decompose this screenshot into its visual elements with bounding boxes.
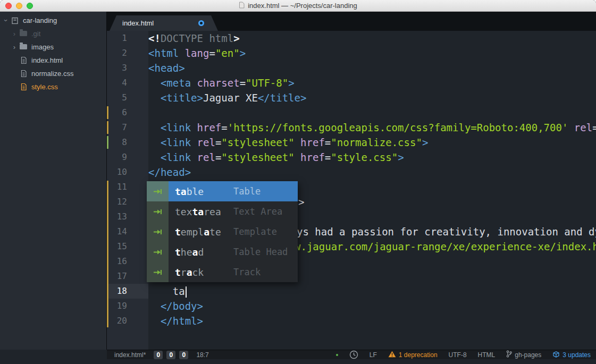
autocomplete-popup: tableTabletextareaText AreatemplateTempl…: [147, 181, 298, 282]
code-token: [191, 122, 197, 133]
code-token: <meta: [161, 77, 191, 89]
code-token: </html>: [161, 315, 203, 327]
line-number: 15: [107, 239, 148, 254]
close-button[interactable]: [5, 3, 12, 9]
code-line[interactable]: <title>Jaguar XE</title>: [148, 90, 596, 105]
file-icon: [18, 70, 29, 78]
snippet-tab-icon: [147, 181, 169, 201]
code-fragment: ys had a passion for creativity, innovat…: [297, 224, 596, 239]
file-icon: [18, 83, 29, 91]
code-token: <head>: [148, 62, 185, 74]
code-line[interactable]: ta: [148, 284, 596, 299]
code-token: href: [300, 137, 325, 148]
editor[interactable]: 1234567891011121314151617181920 <!DOCTYP…: [107, 31, 596, 350]
code-line[interactable]: <head>: [148, 61, 596, 75]
code-token: [148, 77, 161, 89]
autocomplete-row[interactable]: trackTrack: [147, 262, 298, 282]
folder-icon: [18, 43, 29, 51]
chevron-right-icon[interactable]: ›: [11, 43, 18, 51]
snippet-tab-icon: [147, 222, 169, 242]
autocomplete-trigger: template: [169, 226, 221, 238]
code-token: "stylesheet": [221, 151, 294, 163]
code-token: >: [398, 151, 404, 163]
chevron-down-icon[interactable]: ›: [2, 17, 10, 24]
autocomplete-trigger: table: [169, 186, 204, 197]
code-line[interactable]: </body>: [148, 299, 596, 314]
autocomplete-kind-label: Template: [233, 226, 277, 237]
autocomplete-row[interactable]: textareaText Area: [147, 201, 298, 222]
zoom-button[interactable]: [27, 3, 33, 9]
line-number: 14: [107, 224, 148, 239]
status-branch[interactable]: gh-pages: [506, 350, 541, 359]
window-titlebar: index.html — ~/Projects/car-landing: [0, 0, 596, 12]
minimize-button[interactable]: [16, 3, 22, 9]
line-number: 7: [107, 120, 148, 135]
code-token: lang: [185, 47, 209, 59]
sidebar-item-label: images: [31, 43, 54, 51]
line-number: 8: [107, 135, 148, 150]
code-fragment: w.jaguar.com/jaguar-range/xe/experience-…: [295, 239, 596, 254]
autocomplete-kind-label: Text Area: [233, 206, 282, 217]
status-deprecation[interactable]: 1 deprecation: [388, 351, 438, 359]
status-cursor-position[interactable]: 18:7: [196, 351, 208, 359]
status-filename: index.html*: [114, 351, 146, 359]
code-token: [568, 122, 574, 133]
code-line[interactable]: <link href='https://fonts.googleapis.com…: [148, 120, 596, 135]
sidebar-item-index-html[interactable]: index.html: [0, 54, 106, 67]
code-line[interactable]: <!DOCTYPE html>: [148, 31, 596, 46]
code-line[interactable]: <link rel="stylesheet" href="normalize.c…: [148, 135, 596, 150]
status-counter: 0: [179, 351, 188, 359]
code-line[interactable]: </html>: [148, 314, 596, 328]
line-number: 9: [107, 150, 148, 165]
code-line[interactable]: <meta charset="UTF-8">: [148, 75, 596, 90]
code-token: charset: [197, 77, 240, 89]
sidebar-item-car-landing[interactable]: ›car-landing: [0, 14, 106, 27]
line-number: 4: [107, 75, 148, 90]
line-number: 19: [107, 299, 148, 314]
line-number: 16: [107, 254, 148, 269]
status-syntax[interactable]: HTML: [478, 351, 496, 359]
line-number: 1: [107, 31, 148, 46]
code-line[interactable]: <link rel="stylesheet" href="style.css">: [148, 150, 596, 165]
text-cursor: [186, 286, 187, 298]
status-encoding[interactable]: UTF-8: [449, 351, 467, 359]
autocomplete-row[interactable]: templateTemplate: [147, 222, 298, 242]
tab-index-html[interactable]: index.html: [110, 15, 218, 31]
sidebar-item-images[interactable]: ›images: [0, 40, 106, 54]
code-line[interactable]: <html lang="en">: [148, 46, 596, 61]
clock-icon[interactable]: [349, 350, 358, 359]
code-token: </title>: [258, 92, 307, 104]
line-number: 3: [107, 61, 148, 75]
code-line[interactable]: [148, 105, 596, 120]
diff-marker: [107, 121, 108, 134]
sidebar-item-normalize-css[interactable]: normalize.css: [0, 67, 106, 80]
folder-icon: [18, 30, 29, 38]
code-token: >: [422, 137, 428, 148]
status-line-ending[interactable]: LF: [370, 351, 377, 359]
status-updates[interactable]: 3 updates: [552, 351, 591, 359]
chevron-right-icon[interactable]: ›: [11, 30, 18, 38]
sidebar-item-label: style.css: [31, 83, 58, 91]
sidebar-item-git[interactable]: ›.git: [0, 27, 106, 40]
code-token: [148, 315, 161, 327]
code-token: href: [300, 151, 325, 163]
sidebar-list: ›car-landing›.git›imagesindex.htmlnormal…: [0, 14, 106, 94]
autocomplete-row[interactable]: theadTable Head: [147, 242, 298, 262]
status-counter: 0: [154, 351, 163, 359]
line-number: 12: [107, 194, 148, 209]
sidebar-item-label: car-landing: [23, 16, 57, 24]
code-token: =: [240, 77, 246, 89]
code-line[interactable]: </head>: [148, 165, 596, 180]
project-icon: [10, 17, 20, 24]
code-token: =: [325, 151, 331, 163]
code-token: [148, 151, 161, 163]
sidebar-item-style-css[interactable]: style.css: [0, 80, 106, 94]
code-token: =: [215, 137, 221, 148]
code-token: >: [240, 47, 246, 59]
status-updates-label: 3 updates: [563, 351, 591, 359]
code-token: =: [209, 47, 215, 59]
code-token: [191, 77, 197, 89]
code-token: [148, 137, 161, 148]
autocomplete-row[interactable]: tableTable: [147, 181, 298, 201]
code-token: =: [221, 122, 227, 133]
